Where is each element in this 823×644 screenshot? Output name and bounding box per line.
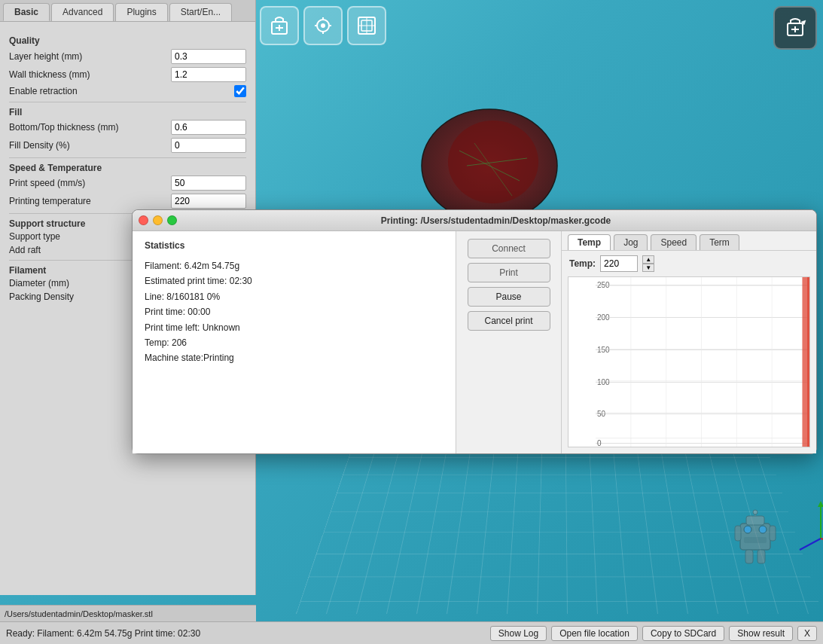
- stat-time-left: Print time left: Unknown: [145, 320, 444, 335]
- tab-basic[interactable]: Basic: [3, 3, 50, 21]
- stats-panel: Statistics Filament: 6.42m 54.75g Estima…: [133, 231, 456, 453]
- toolbar-btn-2[interactable]: [303, 6, 343, 45]
- print-speed-input[interactable]: [171, 175, 246, 191]
- copy-sdcard-button[interactable]: Copy to SDCard: [642, 626, 724, 641]
- bottom-top-input[interactable]: [171, 120, 246, 135]
- svg-rect-17: [744, 537, 767, 543]
- stats-content: Filament: 6.42m 54.75g Estimated print t…: [145, 258, 444, 366]
- stat-estimated-time: Estimated print time: 02:30: [145, 273, 444, 288]
- bottom-top-row: Bottom/Top thickness (mm): [9, 120, 246, 135]
- fill-density-row: Fill Density (%): [9, 138, 246, 153]
- printing-temp-row: Printing temperature: [9, 194, 246, 209]
- temp-value-input[interactable]: [600, 255, 638, 272]
- svg-marker-7: [818, 501, 823, 507]
- printing-temp-input[interactable]: [171, 194, 246, 209]
- close-button[interactable]: X: [797, 626, 817, 641]
- toolbar-btn-right[interactable]: [773, 6, 817, 50]
- stat-machine-state: Machine state:Printing: [145, 350, 444, 365]
- dialog-max-btn[interactable]: [167, 215, 177, 225]
- stat-temp: Temp: 206: [145, 335, 444, 350]
- filepath-bar: /Users/studentadmin/Desktop/masker.stl: [0, 605, 256, 621]
- toolbar-btn-1[interactable]: [260, 6, 299, 45]
- layer-height-row: Layer height (mm): [9, 49, 246, 64]
- temp-down-btn[interactable]: ▼: [642, 264, 654, 272]
- svg-line-10: [800, 539, 821, 550]
- stat-filament: Filament: 6.42m 54.75g: [145, 258, 444, 273]
- svg-point-14: [753, 510, 757, 514]
- chart-area: 250 200 150 100 50 0: [568, 276, 810, 447]
- controls-panel: Connect Print Pause Cancel print: [456, 231, 562, 453]
- filepath-text: /Users/studentadmin/Desktop/masker.stl: [5, 609, 153, 618]
- layer-height-input[interactable]: [171, 49, 246, 64]
- temp-stepper: ▲ ▼: [642, 255, 654, 272]
- pause-button[interactable]: Pause: [468, 287, 550, 307]
- quality-section: Quality: [9, 35, 246, 46]
- axes-indicator: [399, 539, 459, 599]
- temp-tab-speed[interactable]: Speed: [651, 234, 697, 250]
- print-speed-label: Print speed (mm/s): [9, 178, 171, 188]
- temp-tab-term[interactable]: Term: [700, 234, 739, 250]
- print-speed-row: Print speed (mm/s): [9, 175, 246, 191]
- cancel-print-button[interactable]: Cancel print: [468, 311, 550, 331]
- tab-startend[interactable]: Start/En...: [169, 3, 232, 21]
- stat-print-time: Print time: 00:00: [145, 304, 444, 319]
- svg-point-26: [321, 23, 325, 28]
- stats-title: Statistics: [145, 240, 444, 251]
- fill-density-label: Fill Density (%): [9, 140, 171, 151]
- show-log-button[interactable]: Show Log: [490, 626, 547, 641]
- printing-temp-label: Printing temperature: [9, 196, 171, 206]
- wall-thickness-row: Wall thickness (mm): [9, 67, 246, 82]
- tab-advanced[interactable]: Advanced: [51, 3, 114, 21]
- retraction-label: Enable retraction: [9, 86, 234, 96]
- svg-rect-19: [770, 526, 776, 541]
- 3d-model: [414, 90, 565, 226]
- show-result-button[interactable]: Show result: [729, 626, 793, 641]
- dialog-body: Statistics Filament: 6.42m 54.75g Estima…: [133, 231, 816, 453]
- dialog-titlebar: Printing: /Users/studentadmin/Desktop/ma…: [133, 210, 816, 231]
- retraction-checkbox[interactable]: [234, 85, 246, 97]
- temp-control-row: Temp: ▲ ▼: [562, 251, 816, 276]
- fill-density-input[interactable]: [171, 138, 246, 153]
- dialog-min-btn[interactable]: [153, 215, 163, 225]
- svg-point-15: [744, 526, 751, 533]
- chart-svg: [596, 277, 807, 447]
- svg-rect-18: [735, 526, 741, 541]
- speed-section: Speed & Temperature: [9, 157, 246, 173]
- open-file-button[interactable]: Open file location: [551, 626, 638, 641]
- toolbar-btn-3[interactable]: [347, 6, 386, 45]
- stat-line: Line: 8/160181 0%: [145, 289, 444, 304]
- chart-red-indicator: [807, 277, 809, 447]
- status-text: Ready: Filament: 6.42m 54.75g Print time…: [6, 628, 486, 639]
- svg-rect-21: [757, 550, 765, 563]
- print-button[interactable]: Print: [468, 263, 550, 282]
- dialog-title: Printing: /Users/studentadmin/Desktop/ma…: [181, 215, 810, 226]
- svg-point-1: [448, 121, 538, 203]
- connect-button[interactable]: Connect: [468, 239, 550, 258]
- fill-section: Fill: [9, 102, 246, 118]
- svg-rect-20: [745, 550, 753, 563]
- main-tabs: Basic Advanced Plugins Start/En...: [0, 0, 255, 22]
- retraction-row: Enable retraction: [9, 85, 246, 97]
- temp-tab-jog[interactable]: Jog: [614, 234, 648, 250]
- wall-thickness-input[interactable]: [171, 67, 246, 82]
- temp-tab-temp[interactable]: Temp: [568, 234, 611, 250]
- temp-up-btn[interactable]: ▲: [642, 255, 654, 264]
- bottom-top-label: Bottom/Top thickness (mm): [9, 122, 171, 133]
- temp-tabs: Temp Jog Speed Term: [562, 231, 816, 251]
- layer-height-label: Layer height (mm): [9, 51, 171, 62]
- temp-label: Temp:: [569, 258, 596, 269]
- 3d-toolbar: [260, 6, 386, 45]
- svg-rect-12: [746, 516, 764, 525]
- temp-panel: Temp Jog Speed Term Temp: ▲ ▼ 250: [562, 231, 816, 453]
- svg-point-16: [759, 526, 767, 533]
- tab-plugins[interactable]: Plugins: [115, 3, 167, 21]
- wall-thickness-label: Wall thickness (mm): [9, 69, 171, 80]
- svg-rect-49: [802, 277, 807, 447]
- print-dialog: Printing: /Users/studentadmin/Desktop/ma…: [132, 209, 817, 454]
- status-bar: Ready: Filament: 6.42m 54.75g Print time…: [0, 621, 823, 644]
- dialog-close-btn[interactable]: [139, 215, 148, 225]
